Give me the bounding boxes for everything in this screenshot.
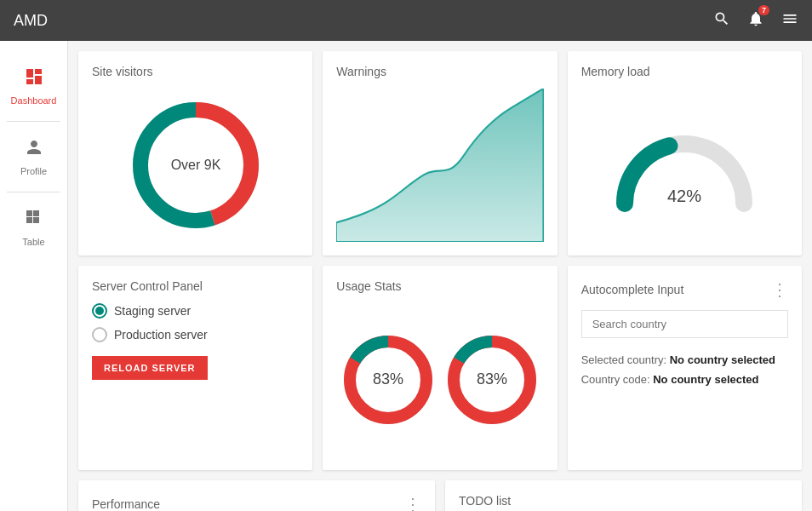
sidebar-divider-2 — [7, 192, 60, 192]
reload-server-button[interactable]: RELOAD SERVER — [92, 356, 208, 380]
svg-text:83%: 83% — [477, 370, 507, 388]
donut-label: Over 9K — [170, 158, 220, 172]
sidebar-item-table-label: Table — [22, 237, 44, 247]
country-code-value: No country selected — [653, 373, 758, 386]
selected-country-value: No country selected — [670, 353, 775, 366]
server-control-title: Server Control Panel — [92, 279, 299, 293]
card-usage-stats: Usage Stats 83% 83% — [323, 266, 557, 470]
notifications-icon[interactable]: 7 — [747, 10, 764, 32]
radio-staging[interactable]: Staging server — [92, 303, 299, 319]
card-todo: TODO list — [445, 480, 802, 511]
radio-group: Staging server Production server — [92, 303, 299, 342]
usage-donut-2: 83% — [441, 329, 543, 431]
row-1: Site visitors Over 9K Warnings — [78, 51, 802, 256]
site-visitors-title: Site visitors — [92, 65, 299, 78]
radio-production-label: Production server — [114, 328, 208, 342]
card-autocomplete: Autocomplete Input ⋮ Selected country: N… — [568, 266, 802, 470]
dashboard-icon — [24, 66, 44, 92]
usage-stats-title: Usage Stats — [336, 279, 543, 293]
sidebar-divider-1 — [7, 121, 60, 122]
search-icon[interactable] — [713, 10, 730, 32]
topnav: AMD 7 — [0, 0, 812, 41]
card-site-visitors: Site visitors Over 9K — [78, 51, 312, 256]
search-country-input[interactable] — [581, 310, 788, 338]
table-icon — [24, 208, 44, 233]
sidebar-item-profile[interactable]: Profile — [0, 125, 67, 188]
sidebar-item-dashboard-label: Dashboard — [11, 95, 57, 106]
card-performance: Performance ⋮ — [78, 480, 435, 511]
menu-icon[interactable] — [781, 10, 798, 32]
usage-stats-content: 83% 83% — [336, 303, 543, 456]
autocomplete-title: Autocomplete Input — [581, 283, 684, 296]
country-code-label: Country code: — [581, 373, 650, 386]
sidebar: Dashboard Profile Table — [0, 41, 68, 511]
card-memory-load: Memory load 42% — [568, 51, 802, 256]
autocomplete-menu-icon[interactable]: ⋮ — [771, 279, 788, 300]
topnav-icons: 7 — [713, 10, 798, 32]
radio-production[interactable]: Production server — [92, 327, 299, 342]
sidebar-item-profile-label: Profile — [20, 166, 47, 176]
card-server-control: Server Control Panel Staging server Prod… — [78, 266, 312, 470]
usage-donut-1: 83% — [337, 329, 439, 431]
radio-staging-inner — [95, 307, 104, 315]
sidebar-item-table[interactable]: Table — [0, 196, 67, 259]
notification-badge: 7 — [758, 5, 769, 15]
gauge-container: 42% — [581, 89, 788, 242]
warnings-title: Warnings — [336, 65, 543, 78]
donut-container: Over 9K — [92, 89, 299, 242]
card-warnings: Warnings — [323, 51, 557, 256]
autocomplete-header: Autocomplete Input ⋮ — [581, 279, 788, 300]
svg-text:83%: 83% — [373, 370, 403, 388]
country-code-row: Country code: No country selected — [581, 370, 788, 389]
main-layout: Dashboard Profile Table Site visitors — [0, 41, 812, 511]
brand-title: AMD — [14, 12, 48, 30]
selected-country-row: Selected country: No country selected — [581, 350, 788, 370]
row-3: Performance ⋮ TODO list — [78, 480, 802, 511]
area-chart — [336, 89, 543, 242]
performance-menu-icon[interactable]: ⋮ — [404, 494, 421, 511]
row-2: Server Control Panel Staging server Prod… — [78, 266, 802, 470]
gauge-label: 42% — [667, 187, 701, 205]
todo-header: TODO list — [459, 494, 788, 508]
todo-title: TODO list — [459, 494, 511, 508]
gauge-chart: 42% — [608, 110, 761, 221]
performance-header: Performance ⋮ — [92, 494, 421, 511]
radio-staging-circle — [92, 303, 107, 319]
radio-production-circle — [92, 327, 107, 342]
warnings-chart — [336, 89, 543, 242]
performance-title: Performance — [92, 497, 160, 511]
selected-country-label: Selected country: — [581, 353, 666, 366]
autocomplete-info: Selected country: No country selected Co… — [581, 350, 788, 390]
profile-icon — [24, 137, 44, 163]
sidebar-item-dashboard[interactable]: Dashboard — [0, 55, 67, 118]
content-area: Site visitors Over 9K Warnings — [68, 41, 812, 511]
donut-chart: Over 9K — [123, 93, 268, 238]
memory-load-title: Memory load — [581, 65, 788, 78]
radio-staging-label: Staging server — [114, 304, 191, 318]
